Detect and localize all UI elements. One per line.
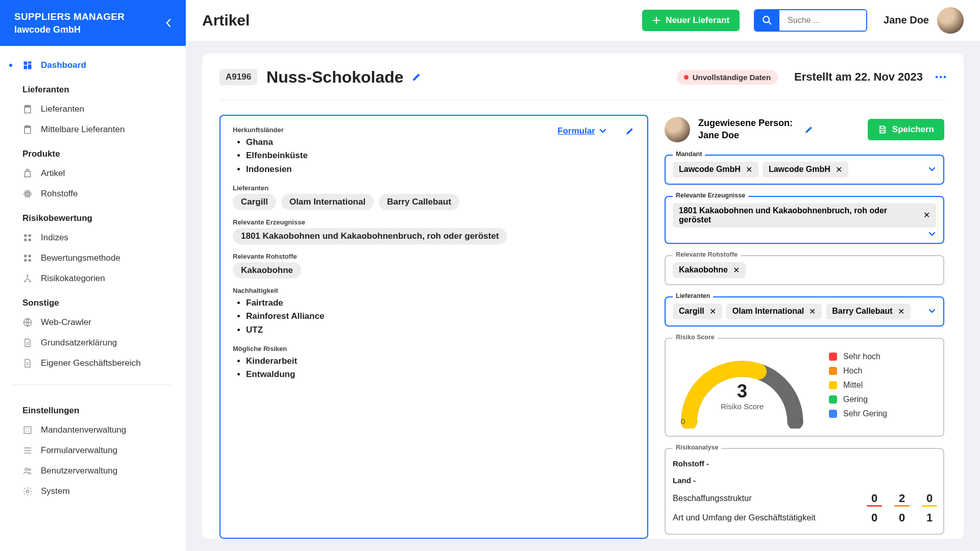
- analysis-row-label: Beschaffungsstruktur: [673, 493, 752, 503]
- sidebar-item-articles[interactable]: Artikel: [0, 163, 186, 184]
- svg-rect-13: [29, 255, 31, 257]
- product-chip[interactable]: 1801 Kakaobohnen und Kakaobohnenbruch, r…: [673, 203, 936, 228]
- field-legend: Risikoanalyse: [673, 444, 721, 451]
- material-tag: Kakaobohne: [233, 262, 301, 279]
- edit-title-button[interactable]: [411, 71, 422, 83]
- sidebar-item-user-management[interactable]: Benutzerverwaltung: [0, 461, 186, 481]
- supplier-tag: Barry Callebaut: [379, 194, 459, 210]
- search-icon: [762, 15, 773, 26]
- material-chip[interactable]: Kakaobohne✕: [673, 262, 746, 278]
- materials-field[interactable]: Relevante Rohstoffe Kakaobohne✕: [665, 255, 944, 285]
- materials-heading: Relevante Rohstoffe: [233, 253, 635, 260]
- supplier-chip[interactable]: Olam International✕: [726, 304, 822, 319]
- svg-point-26: [940, 76, 942, 79]
- supplier-tag: Cargill: [233, 194, 276, 210]
- analysis-value: 0: [868, 492, 881, 505]
- sidebar-item-risk-categories[interactable]: Risikokategorien: [0, 268, 186, 289]
- products-field[interactable]: Relevante Erzeugnisse 1801 Kakaobohnen u…: [665, 196, 944, 244]
- app-company: lawcode GmbH: [14, 23, 125, 36]
- grid-icon: [22, 253, 33, 263]
- risk-analysis-box: Risikoanalyse Rohstoff - Land - Beschaff…: [665, 448, 944, 535]
- supplier-chip[interactable]: Cargill✕: [673, 304, 722, 319]
- clipboard-icon: [22, 104, 33, 114]
- save-label: Speichern: [892, 124, 934, 135]
- sidebar-item-dashboard[interactable]: Dashboard: [0, 55, 186, 76]
- sidebar-item-method[interactable]: Bewertungsmethode: [0, 248, 186, 268]
- avatar[interactable]: [937, 7, 964, 34]
- gauge-label: Risiko Score: [721, 402, 764, 411]
- countries-list: Ghana Elfenbeinküste Indonesien: [233, 136, 308, 176]
- gear-icon: [22, 486, 33, 496]
- sidebar-item-client-management[interactable]: Mandantenverwaltung: [0, 420, 186, 440]
- sidebar-item-web-crawler[interactable]: Web-Crawler: [0, 312, 186, 333]
- sidebar-item-own-business-area[interactable]: Eigener Geschäftsbereich: [0, 353, 186, 373]
- remove-chip-icon[interactable]: ✕: [709, 307, 716, 316]
- sidebar-item-system[interactable]: System: [0, 481, 186, 502]
- gauge-max: 5: [799, 417, 803, 425]
- analysis-value: 0: [923, 492, 936, 505]
- sidebar-item-label: Risikokategorien: [41, 273, 105, 284]
- form-dropdown-link[interactable]: Formular: [557, 126, 606, 136]
- remove-chip-icon[interactable]: ✕: [733, 265, 740, 275]
- search-input[interactable]: [779, 10, 866, 31]
- nav-section-products: Produkte: [0, 140, 186, 163]
- field-legend: Mandant: [673, 151, 705, 158]
- field-legend: Relevante Rohstoffe: [673, 251, 741, 258]
- mandant-field[interactable]: Mandant Lawcode GmbH✕ Lawcode GmbH✕: [665, 155, 944, 185]
- bag-icon: [22, 168, 33, 179]
- field-expand-button[interactable]: [928, 309, 936, 314]
- new-supplier-button[interactable]: Neuer Lieferant: [642, 10, 740, 31]
- sidebar-item-raw-materials[interactable]: Rohstoffe: [0, 184, 186, 204]
- remove-chip-icon[interactable]: ✕: [746, 165, 752, 174]
- page-title: Artikel: [202, 12, 642, 29]
- mandant-chip[interactable]: Lawcode GmbH✕: [763, 162, 848, 178]
- remove-chip-icon[interactable]: ✕: [809, 307, 816, 316]
- clipboard-icon: [22, 124, 33, 135]
- sidebar-item-principle-statement[interactable]: Grundsatzerklärung: [0, 333, 186, 353]
- users-icon: [22, 466, 33, 476]
- sidebar-item-label: Artikel: [41, 168, 65, 179]
- svg-rect-12: [24, 255, 27, 257]
- remove-chip-icon[interactable]: ✕: [836, 165, 842, 174]
- suppliers-field[interactable]: Lieferanten Cargill✕ Olam International✕…: [665, 296, 944, 327]
- sidebar-item-form-management[interactable]: Formularverwaltung: [0, 440, 186, 461]
- dashboard-icon: [22, 60, 33, 70]
- sidebar-item-indices[interactable]: Indizes: [0, 228, 186, 248]
- edit-assignee-button[interactable]: [804, 124, 814, 135]
- field-expand-button[interactable]: [928, 167, 936, 172]
- article-title: Nuss-Schokolade: [266, 68, 404, 87]
- svg-point-22: [29, 469, 31, 471]
- pencil-icon: [411, 71, 422, 83]
- search-button[interactable]: [755, 10, 779, 31]
- sidebar-collapse-button[interactable]: [165, 18, 172, 28]
- legend-swatch: [829, 353, 837, 361]
- hierarchy-icon: [22, 273, 33, 284]
- sidebar-item-suppliers[interactable]: Lieferanten: [0, 99, 186, 119]
- app-title: SUPPLIERS MANAGER: [14, 10, 125, 23]
- svg-rect-8: [24, 234, 27, 237]
- plus-icon: [652, 16, 660, 24]
- svg-rect-20: [24, 427, 31, 433]
- mandant-chip[interactable]: Lawcode GmbH✕: [673, 162, 758, 178]
- svg-point-4: [27, 193, 28, 194]
- more-options-button[interactable]: [935, 76, 946, 79]
- svg-rect-15: [29, 259, 31, 262]
- analysis-value: 1: [923, 511, 936, 524]
- svg-point-21: [25, 468, 28, 470]
- created-date: Erstellt am 22. Nov 2023: [794, 70, 923, 84]
- analysis-value: 0: [895, 511, 909, 524]
- edit-panel-button[interactable]: [625, 126, 635, 136]
- save-button[interactable]: Speichern: [868, 119, 944, 140]
- status-badge: Unvollständige Daten: [677, 70, 778, 85]
- svg-rect-2: [28, 64, 32, 69]
- list-icon: [22, 445, 33, 456]
- field-expand-button[interactable]: [928, 232, 936, 237]
- atom-icon: [22, 189, 33, 199]
- svg-point-17: [24, 281, 26, 282]
- supplier-chip[interactable]: Barry Callebaut✕: [826, 304, 910, 319]
- sidebar-item-label: Indizes: [41, 233, 68, 243]
- remove-chip-icon[interactable]: ✕: [898, 307, 904, 316]
- sidebar-item-indirect-suppliers[interactable]: Mittelbare Lieferanten: [0, 119, 186, 140]
- remove-chip-icon[interactable]: ✕: [923, 210, 930, 220]
- svg-point-27: [944, 76, 946, 79]
